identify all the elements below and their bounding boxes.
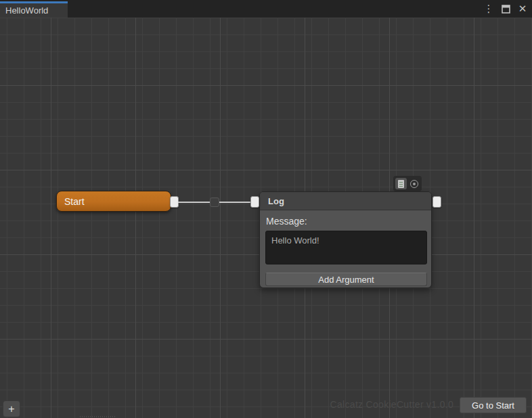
log-node[interactable]: Log Message: Add Argument xyxy=(259,191,432,288)
log-input-port[interactable] xyxy=(250,196,259,208)
message-input[interactable] xyxy=(265,231,427,264)
focus-glyph xyxy=(410,180,418,188)
maximize-icon[interactable] xyxy=(500,3,511,14)
tab-helloworld[interactable]: HelloWorld xyxy=(0,1,68,18)
log-node-title: Log xyxy=(268,196,284,206)
start-node[interactable]: Start xyxy=(56,191,171,212)
watermark: Calcatz CookieCutter v1.0.0 xyxy=(330,399,453,410)
script-icon[interactable] xyxy=(395,178,407,189)
add-node-button[interactable]: + xyxy=(3,400,20,417)
log-node-header[interactable]: Log xyxy=(260,192,431,210)
graph-editor-window: HelloWorld ⋮ ✕ Start xyxy=(0,0,532,418)
graph-canvas[interactable]: Start Log Message: Add Argument Calcatz … xyxy=(0,18,532,418)
menu-icon[interactable]: ⋮ xyxy=(483,3,494,14)
bottom-edge-artifact xyxy=(80,416,115,417)
tab-label: HelloWorld xyxy=(5,5,48,16)
add-argument-button[interactable]: Add Argument xyxy=(265,273,427,286)
window-controls: ⋮ ✕ xyxy=(483,0,528,18)
go-to-start-button[interactable]: Go to Start xyxy=(460,397,527,413)
message-label: Message: xyxy=(266,216,307,227)
script-glyph xyxy=(398,180,404,188)
window-topbar: HelloWorld ⋮ ✕ xyxy=(0,0,532,18)
focus-icon[interactable] xyxy=(408,178,420,189)
close-icon[interactable]: ✕ xyxy=(517,3,528,14)
start-node-label: Start xyxy=(64,196,85,207)
edge-midpoint-handle[interactable] xyxy=(210,198,219,207)
node-toolbar xyxy=(393,176,422,191)
log-output-port[interactable] xyxy=(433,196,441,208)
